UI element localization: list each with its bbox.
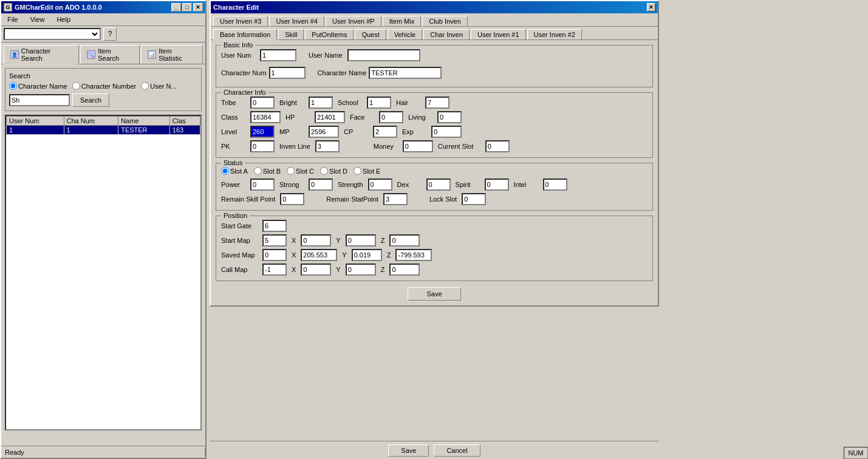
living-input[interactable] [437,111,462,123]
start-z-input[interactable] [389,234,420,246]
radio-char-number[interactable]: Character Number [72,82,136,90]
dtab-vehicle[interactable]: Vehicle [388,29,422,40]
start-gate-label: Start Gate [221,222,258,229]
menu-help[interactable]: Help [53,15,74,24]
toolbar: ? [1,26,205,42]
toolbar-dropdown[interactable] [4,28,101,40]
help-icon-button[interactable]: ? [103,27,117,41]
call-x-input[interactable] [301,264,331,276]
slot-a-radio[interactable] [221,167,229,175]
dtab-base-info[interactable]: Base Information [213,29,277,40]
minimize-button[interactable]: _ [171,3,181,12]
inven-line-label: Inven Line [279,143,310,150]
cha-num-input[interactable] [269,67,306,79]
user-name-input[interactable] [347,49,420,61]
slot-e-radio[interactable] [354,167,361,175]
search-button[interactable]: Search [72,93,109,107]
dialog-close-button[interactable]: ✕ [647,3,655,12]
close-button[interactable]: ✕ [193,3,203,12]
call-y-input[interactable] [346,264,376,276]
remain-stat-input[interactable] [383,193,408,205]
money-input[interactable] [403,140,433,152]
current-slot-input[interactable] [485,140,510,152]
dtab-item-mix[interactable]: Item Mix [383,16,422,27]
slot-b-label[interactable]: Slot B [254,167,281,175]
lock-slot-input[interactable] [462,193,486,205]
table-row[interactable]: 1 1 TESTER 163 [7,126,200,135]
radio-user-n[interactable]: User N... [141,82,176,90]
slot-d-label[interactable]: Slot D [320,167,347,175]
dtab-user-inven2[interactable]: User Inven #2 [527,29,582,40]
hp-label: HP [285,114,310,121]
search-panel: Search Character Name Character Number U… [5,68,202,111]
exp-input[interactable] [431,126,462,138]
cha-name-input[interactable] [369,67,442,79]
dtab-skill[interactable]: Skill [278,29,304,40]
dtab-puton-items[interactable]: PutOnItems [305,29,354,40]
saved-y-input[interactable] [352,249,382,261]
saved-x-input[interactable] [301,249,337,261]
user-num-input[interactable] [260,49,296,61]
dtab-user-inven4[interactable]: User Inven #4 [269,16,324,27]
hp-input[interactable] [315,111,345,123]
basic-info-group: Basic Info User Num User Name Character … [216,45,653,87]
class-input[interactable] [250,111,281,123]
maximize-button[interactable]: □ [182,3,192,12]
tab-character-search[interactable]: 👤 Character Search [4,45,79,64]
inven-line-input[interactable] [315,140,340,152]
dtab-char-inven[interactable]: Char Inven [423,29,470,40]
strong-input[interactable] [309,178,333,191]
tribe-input[interactable] [250,97,275,109]
slot-a-label[interactable]: Slot A [221,167,248,175]
start-y-input[interactable] [346,234,376,246]
call-z-input[interactable] [389,264,420,276]
dex-input[interactable] [426,178,451,191]
start-x-input[interactable] [301,234,331,246]
slot-c-label[interactable]: Slot C [287,167,314,175]
dtab-user-inven1[interactable]: User Inven #1 [471,29,525,40]
level-input[interactable] [250,126,275,138]
radio-char-number-input[interactable] [72,82,80,90]
dtab-user-invenp[interactable]: User Inven #P [326,16,381,27]
start-map-input[interactable] [262,234,287,246]
radio-char-name[interactable]: Character Name [9,82,67,90]
intel-input[interactable] [543,178,567,191]
power-input[interactable] [250,178,275,191]
hair-input[interactable] [425,97,449,109]
slot-e-label[interactable]: Slot E [354,167,380,175]
dtab-quest[interactable]: Quest [355,29,386,40]
bright-input[interactable] [309,97,333,109]
col-class: Clas [169,117,200,126]
cp-input[interactable] [373,126,397,138]
slot-c-radio[interactable] [287,167,295,175]
school-input[interactable] [367,97,391,109]
results-table: User Num Cha Num Name Clas 1 1 TESTER 16… [6,116,200,135]
bottom-cancel-button[interactable]: Cancel [434,444,480,457]
slot-d-radio[interactable] [320,167,328,175]
search-row: Search [9,93,197,107]
start-gate-input[interactable] [262,220,287,232]
mp-input[interactable] [309,126,339,138]
radio-user-n-input[interactable] [141,82,149,90]
radio-char-name-input[interactable] [9,82,17,90]
face-input[interactable] [379,111,403,123]
menu-view[interactable]: View [27,15,49,24]
results-list-container[interactable]: User Num Cha Num Name Clas 1 1 TESTER 16… [5,115,202,430]
saved-z-input[interactable] [395,249,432,261]
dtab-club-inven[interactable]: Club Inven [422,16,468,27]
tab-item-statistic[interactable]: 📊 Item Statistic [141,45,203,64]
dtab-user-inven3[interactable]: User Inven #3 [213,16,268,27]
slot-b-radio[interactable] [254,167,262,175]
search-input[interactable] [9,94,70,106]
bottom-save-button[interactable]: Save [388,444,429,457]
save-button[interactable]: Save [408,287,460,301]
call-map-input[interactable] [262,264,287,276]
menu-file[interactable]: File [4,15,22,24]
saved-map-input[interactable] [262,249,287,261]
spirit-input[interactable] [485,178,509,191]
pk-input[interactable] [250,140,275,152]
tab-item-search[interactable]: 🔍 Item Search [80,45,140,64]
strength-input[interactable] [368,178,392,191]
remain-skill-input[interactable] [280,193,304,205]
call-y-label: Y [336,266,340,273]
